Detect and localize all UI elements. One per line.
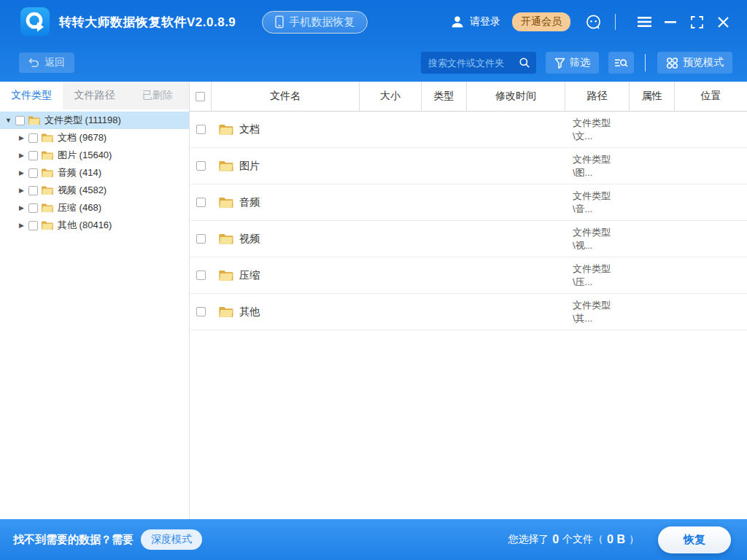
tree-checkbox[interactable] bbox=[28, 151, 38, 160]
selected-size: 0 B bbox=[607, 533, 625, 546]
minimize-icon[interactable] bbox=[661, 12, 680, 31]
row-checkbox[interactable] bbox=[196, 271, 206, 280]
titlebar-divider bbox=[615, 14, 616, 30]
tree-item[interactable]: ▶ 其他 (80416) bbox=[0, 217, 189, 234]
table-header: 文件名 大小 类型 修改时间 路径 属性 位置 bbox=[190, 82, 747, 112]
preview-mode-button[interactable]: 预览模式 bbox=[657, 52, 732, 74]
tree-item[interactable]: ▶ 文档 (9678) bbox=[0, 129, 189, 147]
selection-suffix: ） bbox=[629, 533, 639, 546]
search-box bbox=[421, 52, 536, 74]
back-label: 返回 bbox=[44, 56, 65, 69]
expand-arrow-icon[interactable]: ▶ bbox=[17, 134, 26, 141]
filter-label: 筛选 bbox=[570, 56, 590, 69]
vip-button[interactable]: 开通会员 bbox=[512, 12, 570, 31]
back-button[interactable]: 返回 bbox=[19, 52, 74, 73]
folder-icon bbox=[218, 123, 233, 136]
tree-item[interactable]: ▶ 视频 (4582) bbox=[0, 182, 189, 199]
login-label: 请登录 bbox=[470, 15, 500, 28]
tree-checkbox[interactable] bbox=[28, 133, 38, 143]
table-row[interactable]: 视频 文件类型\视... bbox=[190, 221, 747, 257]
tab-deleted[interactable]: 已删除 bbox=[126, 82, 189, 109]
deep-scan-hint: 找不到需要的数据？需要 bbox=[13, 533, 133, 547]
advanced-filter-button[interactable] bbox=[608, 52, 634, 74]
tree-checkbox[interactable] bbox=[15, 116, 25, 125]
folder-icon bbox=[218, 269, 233, 281]
tree-checkbox[interactable] bbox=[28, 221, 38, 230]
folder-icon bbox=[41, 220, 53, 230]
file-name: 视频 bbox=[239, 233, 260, 246]
table-row[interactable]: 音频 文件类型\音... bbox=[190, 184, 747, 221]
file-name: 音频 bbox=[239, 196, 260, 209]
expand-arrow-icon[interactable]: ▶ bbox=[17, 152, 26, 159]
folder-icon bbox=[41, 185, 53, 195]
row-checkbox[interactable] bbox=[196, 234, 206, 244]
close-icon[interactable] bbox=[713, 12, 732, 31]
tree-item[interactable]: ▶ 压缩 (468) bbox=[0, 199, 189, 217]
tree-item[interactable]: ▶ 音频 (414) bbox=[0, 164, 189, 182]
tree-item-root[interactable]: ▼ 文件类型 (111198) bbox=[0, 112, 189, 129]
tree-item-label: 视频 (4582) bbox=[58, 184, 107, 197]
back-icon bbox=[28, 58, 39, 68]
row-checkbox[interactable] bbox=[196, 307, 206, 316]
expand-arrow-icon[interactable]: ▶ bbox=[17, 204, 26, 211]
folder-icon bbox=[41, 150, 53, 160]
customer-service-icon[interactable] bbox=[585, 14, 602, 31]
tree-item-label: 文件类型 (111198) bbox=[44, 114, 121, 127]
file-table: 文件名 大小 类型 修改时间 路径 属性 位置 文档 文件类型\文... bbox=[190, 82, 747, 519]
row-checkbox[interactable] bbox=[196, 198, 206, 207]
header-checkbox-cell bbox=[190, 82, 212, 111]
maximize-icon[interactable] bbox=[687, 12, 706, 31]
phone-recovery-button[interactable]: 手机数据恢复 bbox=[262, 11, 368, 34]
expand-arrow-icon[interactable]: ▶ bbox=[17, 169, 26, 176]
selection-summary: 您选择了 0 个文件（ 0 B ） bbox=[508, 533, 639, 546]
preview-grid-icon bbox=[666, 57, 678, 69]
tree-checkbox[interactable] bbox=[28, 168, 38, 178]
column-modified: 修改时间 bbox=[467, 82, 565, 111]
table-row[interactable]: 压缩 文件类型\压... bbox=[190, 257, 747, 294]
deep-mode-button[interactable]: 深度模式 bbox=[141, 529, 202, 550]
tab-file-type[interactable]: 文件类型 bbox=[0, 82, 63, 109]
tab-file-path[interactable]: 文件路径 bbox=[63, 82, 125, 109]
tree-item-label: 压缩 (468) bbox=[58, 201, 101, 214]
login-button[interactable]: 请登录 bbox=[450, 15, 500, 29]
file-path: 文件类型\其... bbox=[565, 294, 630, 330]
search-icon[interactable] bbox=[519, 57, 530, 69]
file-path: 文件类型\文... bbox=[565, 112, 630, 147]
search-input[interactable] bbox=[428, 58, 519, 69]
selection-prefix: 您选择了 bbox=[508, 533, 549, 546]
row-checkbox[interactable] bbox=[196, 161, 206, 171]
file-name: 文档 bbox=[239, 123, 260, 136]
sidebar: 文件类型 文件路径 已删除 ▼ 文件类型 (111198) ▶ bbox=[0, 82, 190, 519]
folder-icon bbox=[218, 233, 233, 245]
table-row[interactable]: 文档 文件类型\文... bbox=[190, 112, 747, 148]
folder-icon bbox=[41, 203, 53, 213]
folder-icon bbox=[28, 115, 40, 125]
folder-icon bbox=[218, 196, 233, 209]
app-window: 转转大师数据恢复软件V2.0.8.9 手机数据恢复 请登录 开通会员 bbox=[0, 0, 747, 560]
filter-button[interactable]: 筛选 bbox=[546, 52, 599, 74]
preview-mode-label: 预览模式 bbox=[683, 56, 724, 69]
table-row[interactable]: 其他 文件类型\其... bbox=[190, 294, 747, 330]
folder-icon bbox=[41, 133, 53, 143]
menu-icon[interactable] bbox=[635, 12, 654, 31]
file-name: 其他 bbox=[239, 306, 260, 319]
expand-arrow-icon[interactable]: ▶ bbox=[17, 222, 26, 229]
collapse-arrow-icon[interactable]: ▼ bbox=[4, 117, 13, 124]
file-path: 文件类型\图... bbox=[565, 148, 630, 184]
filter-icon bbox=[554, 58, 565, 69]
tree-checkbox[interactable] bbox=[28, 186, 38, 195]
tree-item-label: 其他 (80416) bbox=[58, 219, 112, 232]
filter-search-icon bbox=[614, 58, 628, 69]
tree-checkbox[interactable] bbox=[28, 203, 38, 213]
tree-item[interactable]: ▶ 图片 (15640) bbox=[0, 147, 189, 164]
phone-recovery-label: 手机数据恢复 bbox=[289, 15, 355, 29]
expand-arrow-icon[interactable]: ▶ bbox=[17, 187, 26, 194]
app-title: 转转大师数据恢复软件V2.0.8.9 bbox=[59, 14, 236, 31]
recover-button[interactable]: 恢复 bbox=[658, 526, 731, 553]
table-row[interactable]: 图片 文件类型\图... bbox=[190, 148, 747, 184]
column-path: 路径 bbox=[565, 82, 630, 111]
select-all-checkbox[interactable] bbox=[196, 92, 205, 101]
row-checkbox[interactable] bbox=[196, 125, 206, 134]
column-size: 大小 bbox=[360, 82, 422, 111]
tree-item-label: 音频 (414) bbox=[58, 166, 101, 179]
